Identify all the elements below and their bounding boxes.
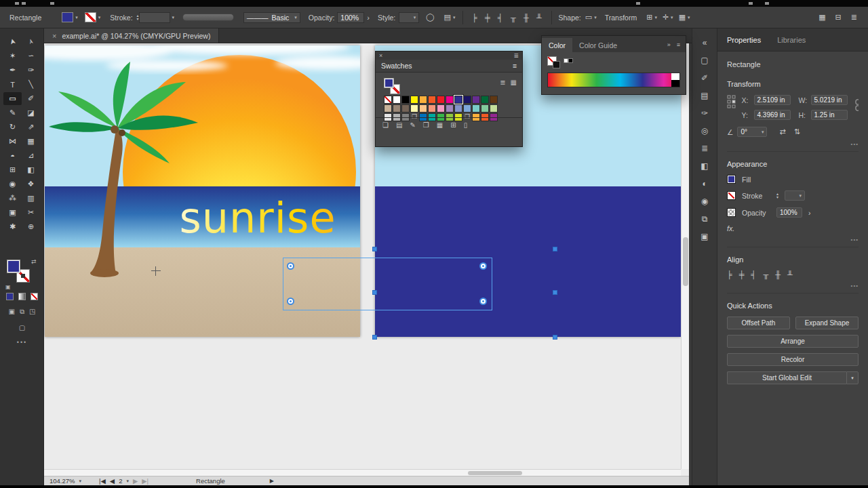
symbol-sprayer-tool[interactable]: ⁂: [3, 192, 22, 205]
stroke-weight-stepper[interactable]: ▴▾: [776, 192, 778, 199]
shape-mode-icon[interactable]: ▭: [585, 13, 592, 22]
swatches-menu-icon[interactable]: ≡: [513, 62, 517, 70]
brush-definition-dropdown[interactable]: ——— Basic ▾: [243, 12, 300, 23]
selection-handle[interactable]: [553, 290, 557, 295]
stroke-color-swatch[interactable]: [85, 12, 96, 22]
swatch[interactable]: [454, 104, 462, 113]
rectangle-tool[interactable]: ▭: [3, 92, 22, 105]
align-vertical-top-icon[interactable]: ╥: [509, 14, 519, 22]
fill-swatch[interactable]: [727, 175, 736, 184]
swatch[interactable]: [410, 104, 418, 113]
screen-mode-icon[interactable]: ▢: [19, 324, 25, 331]
swatch[interactable]: [410, 96, 418, 104]
selection-handle[interactable]: [372, 290, 377, 295]
gradient-fill-icon[interactable]: [18, 293, 26, 302]
menubar-icon[interactable]: [50, 2, 54, 5]
swatch[interactable]: [437, 104, 445, 113]
swatches-fill-proxy[interactable]: [384, 78, 394, 88]
selection-handle[interactable]: [553, 335, 557, 340]
swatches-tab[interactable]: Swatches: [381, 62, 412, 70]
stroke-weight-field[interactable]: [139, 12, 170, 23]
expand-shape-button[interactable]: Expand Shape: [795, 317, 859, 329]
corner-widget[interactable]: [287, 298, 294, 305]
selection-handle[interactable]: [553, 247, 557, 251]
swatch[interactable]: [419, 104, 427, 113]
mesh-tool[interactable]: ⊞: [3, 163, 22, 176]
close-panel-icon[interactable]: ×: [379, 52, 382, 59]
selection-bounding-box[interactable]: [283, 258, 492, 310]
vertical-scrollbar-thumb[interactable]: [683, 237, 688, 286]
gradient-panel-icon[interactable]: ◧: [692, 157, 717, 175]
swatch[interactable]: [401, 96, 410, 104]
perspective-grid-tool[interactable]: ⊿: [22, 149, 40, 162]
spectrum-white-black[interactable]: [671, 73, 679, 87]
shape-builder-tool[interactable]: ◓: [3, 149, 22, 162]
offset-path-button[interactable]: Offset Path: [727, 317, 790, 329]
tab-libraries[interactable]: Libraries: [777, 36, 806, 44]
swatches-panel-titlebar[interactable]: × ≣: [376, 52, 522, 60]
effects-button[interactable]: fx.: [727, 224, 859, 232]
panel-drag-icon[interactable]: ≣: [513, 52, 519, 59]
menubar-icon[interactable]: [15, 2, 19, 5]
share-icon[interactable]: ⊟: [835, 13, 842, 22]
swatch[interactable]: [428, 104, 436, 113]
swatch[interactable]: [463, 96, 471, 104]
delete-swatch-icon[interactable]: ▯: [464, 121, 468, 129]
swatch-options-icon[interactable]: ✎: [410, 121, 415, 129]
align-horizontal-right-icon[interactable]: ╡: [751, 270, 757, 279]
opacity-field[interactable]: 100%: [337, 12, 364, 23]
more-transform-options-icon[interactable]: •••: [851, 141, 859, 147]
zoom-tool[interactable]: ⊕: [22, 220, 40, 233]
previous-artboard-button[interactable]: ◀: [110, 477, 115, 485]
swatch[interactable]: [472, 104, 480, 113]
align-vertical-center-icon[interactable]: ╫: [775, 270, 781, 279]
recolor-button[interactable]: Recolor: [727, 353, 859, 366]
close-tab-icon[interactable]: ×: [52, 32, 56, 40]
swatch-libraries-icon[interactable]: ❏: [382, 121, 389, 129]
default-fill-stroke-icon[interactable]: ▣: [5, 284, 11, 290]
document-setup-icon[interactable]: ▤: [444, 13, 451, 22]
corner-widget[interactable]: [287, 262, 294, 270]
swatch[interactable]: [490, 96, 498, 104]
hand-tool[interactable]: ✱: [3, 220, 22, 233]
menubar-icon[interactable]: [765, 2, 769, 5]
swatch[interactable]: [454, 96, 462, 104]
opacity-options-icon[interactable]: ›: [367, 14, 370, 22]
slice-tool[interactable]: ✂: [22, 206, 40, 219]
new-swatch-icon[interactable]: ⊞: [450, 121, 456, 129]
eyedropper-tool[interactable]: ◉: [3, 178, 22, 190]
stroke-swatch[interactable]: [727, 191, 736, 200]
document-tab[interactable]: × example.ai* @ 104.27% (CMYK/GPU Previe…: [44, 28, 219, 43]
color-menu-icon[interactable]: ≡: [677, 41, 680, 48]
color-guide-panel-icon[interactable]: ✐: [692, 69, 717, 87]
status-expand-icon[interactable]: ▶: [270, 478, 274, 484]
draw-inside-icon[interactable]: ◳: [29, 308, 35, 316]
pathfinder-dropdown-icon[interactable]: ✛: [663, 13, 669, 22]
swatch[interactable]: [419, 96, 427, 104]
align-horizontal-center-icon[interactable]: ╪: [739, 270, 745, 279]
none-fill-icon[interactable]: [31, 293, 38, 302]
canvas[interactable]: sunrise: [44, 43, 689, 476]
draw-behind-icon[interactable]: ⧉: [20, 308, 24, 316]
transparency-panel-icon[interactable]: ◐: [692, 175, 717, 192]
y-field[interactable]: 4.3969 in: [754, 110, 791, 120]
align-vertical-bottom-icon[interactable]: ╨: [787, 270, 793, 279]
list-view-icon[interactable]: ≣: [500, 79, 505, 86]
artboard-number-select[interactable]: 2▾: [119, 477, 129, 485]
selection-tool[interactable]: ➤: [3, 35, 22, 48]
chevron-down-icon[interactable]: ▾: [75, 15, 78, 20]
gradient-tool[interactable]: ◧: [22, 163, 40, 176]
swatch-none[interactable]: [384, 96, 392, 104]
free-transform-tool[interactable]: ▦: [22, 135, 40, 148]
tab-color[interactable]: Color: [542, 38, 572, 52]
constrain-proportions-icon[interactable]: [854, 99, 859, 111]
curvature-tool[interactable]: ✑: [22, 64, 40, 77]
color-stroke-proxy[interactable]: [553, 61, 560, 68]
line-segment-tool[interactable]: ╲: [22, 78, 40, 91]
color-spectrum-bar[interactable]: [547, 73, 680, 87]
arrange-button[interactable]: Arrange: [727, 335, 859, 348]
align-horizontal-center-icon[interactable]: ╪: [483, 14, 493, 22]
global-edit-dropdown-icon[interactable]: ▾: [846, 371, 859, 384]
lasso-tool[interactable]: ∽: [22, 49, 40, 62]
tab-color-guide[interactable]: Color Guide: [572, 38, 624, 52]
